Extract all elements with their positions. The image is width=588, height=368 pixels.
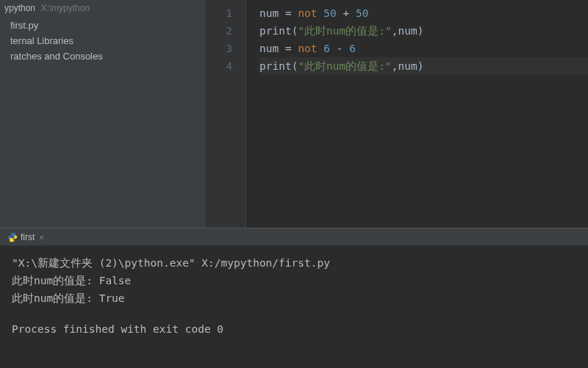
project-sidebar: ypython X:\mypython first.py ternal Libr… — [0, 0, 207, 228]
code-line: print("此时num的值是:",num) — [259, 22, 588, 40]
line-number: 2 — [207, 22, 245, 40]
tree-item-label: first.py — [10, 20, 38, 31]
run-tab[interactable]: first × — [3, 231, 49, 244]
project-header[interactable]: ypython X:\mypython — [0, 0, 206, 16]
code-line: print("此时num的值是:",num) — [259, 57, 588, 75]
tree-item-scratches[interactable]: ratches and Consoles — [0, 48, 206, 64]
editor-area: 1 2 3 4 num = not 50 + 50print("此时num的值是… — [207, 0, 588, 228]
project-tree: first.py ternal Libraries ratches and Co… — [0, 16, 206, 65]
code-line: num = not 50 + 50 — [259, 4, 588, 22]
python-icon — [7, 232, 18, 242]
line-number: 4 — [207, 57, 245, 75]
console-line: Process finished with exit code 0 — [12, 321, 576, 337]
top-area: ypython X:\mypython first.py ternal Libr… — [0, 0, 588, 228]
project-name: ypython — [4, 3, 35, 13]
project-path: X:\mypython — [40, 3, 90, 13]
console-line: 此时num的值是: True — [12, 290, 576, 306]
run-tab-bar: first × — [0, 228, 588, 246]
console-line: 此时num的值是: False — [12, 273, 576, 289]
code-line: num = not 6 - 6 — [259, 40, 588, 57]
code-editor[interactable]: num = not 50 + 50print("此时num的值是:",num)n… — [246, 0, 588, 228]
close-icon[interactable]: × — [39, 233, 43, 242]
tree-item-label: ratches and Consoles — [10, 51, 103, 62]
editor-gutter: 1 2 3 4 — [207, 0, 246, 228]
line-number: 3 — [207, 40, 245, 57]
run-tab-label: first — [21, 232, 35, 242]
line-number: 1 — [207, 4, 245, 22]
tree-item-libraries[interactable]: ternal Libraries — [0, 33, 206, 48]
console-output[interactable]: "X:\新建文件夹 (2)\python.exe" X:/mypython/fi… — [0, 246, 588, 368]
run-panel: first × "X:\新建文件夹 (2)\python.exe" X:/myp… — [0, 228, 588, 368]
tree-item-label: ternal Libraries — [10, 35, 74, 46]
tree-item-file[interactable]: first.py — [0, 18, 206, 33]
console-line: "X:\新建文件夹 (2)\python.exe" X:/mypython/fi… — [12, 255, 576, 271]
